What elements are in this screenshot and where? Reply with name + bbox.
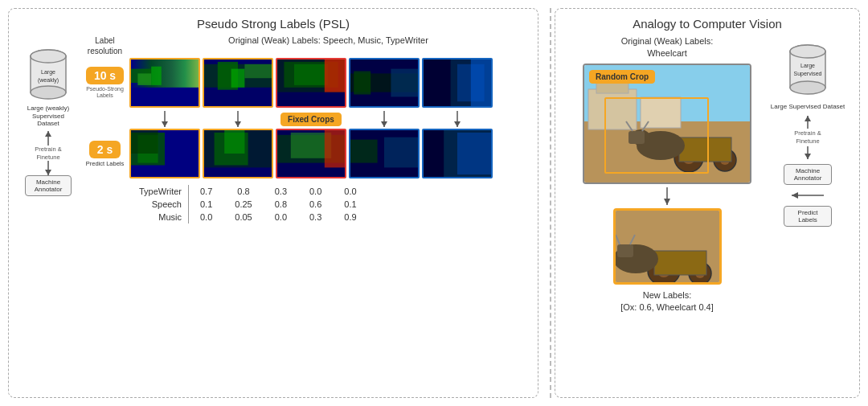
svg-rect-23: [294, 64, 328, 85]
cell-tw-4: 0.0: [298, 185, 333, 198]
label-resolution-header: Label resolution: [83, 35, 127, 56]
spec-top-1: [129, 58, 200, 108]
svg-marker-7: [45, 131, 51, 137]
svg-rect-55: [384, 137, 418, 168]
svg-rect-14: [151, 67, 162, 85]
main-container: Pseudo Strong Labels (PSL) Large (weakly…: [0, 0, 868, 406]
cell-mu-2: 0.05: [223, 211, 263, 224]
spectrogram-svg-5: [424, 59, 491, 106]
svg-text:Supervised: Supervised: [793, 71, 821, 77]
spec-top-2: [203, 58, 273, 108]
svg-marker-38: [381, 121, 387, 127]
svg-rect-19: [244, 64, 272, 78]
cropped-scene-svg: [616, 211, 722, 285]
svg-rect-68: [679, 137, 731, 162]
cylinder-icon-right: Large Supervised: [786, 43, 829, 98]
cell-sp-1: 0.1: [188, 198, 223, 211]
cell-tw-1: 0.7: [188, 185, 223, 198]
spectrogram-svg-10: [424, 130, 491, 177]
svg-rect-27: [354, 72, 371, 95]
svg-rect-32: [471, 59, 491, 106]
svg-rect-48: [224, 130, 244, 154]
machine-annotator-right: Machine Annotator: [784, 164, 832, 185]
cell-mu-3: 0.0: [264, 211, 298, 224]
spectrogram-svg-3: [277, 59, 345, 106]
row-label-typewriter: TypeWriter: [129, 185, 188, 198]
cell-sp-5: 0.1: [333, 198, 367, 211]
spec-top-3: [276, 58, 346, 108]
cell-sp-4: 0.6: [298, 198, 333, 211]
arrow-up-right: [802, 116, 813, 129]
cell-mu-4: 0.3: [298, 211, 333, 224]
spectrogram-svg-6: [131, 130, 199, 177]
down-arrow-1: [161, 111, 169, 127]
predict-labels-left: Predict Labels: [86, 160, 125, 167]
svg-point-3: [31, 50, 66, 63]
spectrogram-svg-7: [204, 130, 272, 177]
arrow-down-icon: [43, 161, 54, 175]
original-labels-header: Original (Weak) Labels: Speech, Music, T…: [127, 35, 530, 45]
cell-sp-3: 0.8: [264, 198, 298, 211]
spectrogram-svg-9: [350, 130, 418, 177]
svg-rect-52: [325, 130, 345, 167]
spec-bot-5: [422, 129, 493, 178]
table-row-typewriter: TypeWriter 0.7 0.8 0.3 0.0 0.0: [129, 185, 368, 198]
cylinder-icon: Large (weakly): [27, 48, 69, 103]
svg-marker-95: [805, 154, 811, 159]
spec-top-5: [422, 58, 493, 108]
svg-marker-93: [805, 116, 811, 121]
fixed-crops-badge: Fixed Crops: [280, 113, 342, 126]
cell-tw-3: 0.3: [264, 185, 298, 198]
cell-mu-5: 0.9: [333, 211, 367, 224]
svg-point-89: [790, 45, 825, 58]
svg-rect-71: [628, 131, 645, 144]
spec-bot-1: [129, 129, 200, 178]
row-label-speech: Speech: [129, 198, 188, 211]
time-2s-badge: 2 s: [89, 141, 121, 158]
svg-marker-97: [792, 192, 798, 199]
arrow-left-icon: [792, 190, 824, 201]
svg-rect-13: [137, 73, 151, 85]
spectrogram-svg-2: [204, 59, 272, 106]
left-panel: Pseudo Strong Labels (PSL) Large (weakly…: [8, 8, 538, 398]
svg-point-88: [790, 81, 825, 94]
cv-title: Analogy to Computer Vision: [567, 17, 848, 31]
cell-mu-1: 0.0: [188, 211, 223, 224]
machine-annotator-left: Machine Annotator: [25, 175, 72, 196]
svg-marker-36: [235, 121, 241, 127]
down-arrow-3: [380, 111, 388, 127]
svg-rect-18: [231, 69, 245, 88]
pretrain-label: Pretrain & Finetune: [27, 146, 71, 162]
pretrain-section: Pretrain & Finetune: [27, 131, 71, 176]
spec-top-4: [349, 58, 420, 108]
spec-bot-4: [349, 129, 420, 178]
original-labels-right: Original (Weak) Labels:Wheelcart: [621, 35, 714, 60]
down-arrow-2: [234, 111, 242, 127]
spectrogram-svg-1: [131, 59, 199, 106]
pretrain-right: Pretrain &Finetune: [786, 129, 830, 146]
right-panel: Analogy to Computer Vision Original (Wea…: [555, 8, 860, 398]
cell-tw-5: 0.0: [333, 185, 367, 198]
svg-text:Large: Large: [800, 63, 815, 69]
arrow-down-center: [661, 187, 673, 205]
table-row-music: Music 0.0 0.05 0.0 0.3 0.9: [129, 211, 368, 224]
svg-rect-61: [588, 89, 637, 129]
svg-rect-44: [131, 130, 158, 154]
spectrogram-svg-8: [277, 130, 345, 177]
spectrogram-svg-4: [350, 59, 418, 106]
pseudo-strong-label: Pseudo-Strong Labels: [83, 86, 127, 100]
svg-marker-34: [162, 121, 168, 127]
cell-tw-2: 0.8: [223, 185, 263, 198]
cell-sp-2: 0.25: [223, 198, 263, 211]
svg-marker-40: [454, 121, 461, 127]
section-divider: [550, 8, 551, 398]
svg-rect-28: [391, 69, 418, 97]
spec-bot-2: [203, 129, 273, 178]
svg-text:Large: Large: [41, 69, 55, 76]
dataset-cylinder-left: Large (weakly) Large (weakly) Supervised…: [24, 48, 72, 128]
down-arrow-4: [453, 111, 461, 127]
time-10s-badge: 10 s: [86, 67, 124, 84]
dataset-label-left: Large (weakly) Supervised Dataset: [24, 105, 72, 128]
psl-title: Pseudo Strong Labels (PSL): [17, 17, 530, 31]
right-sidebar: Large Supervised Large Supervised Datase…: [768, 35, 848, 388]
